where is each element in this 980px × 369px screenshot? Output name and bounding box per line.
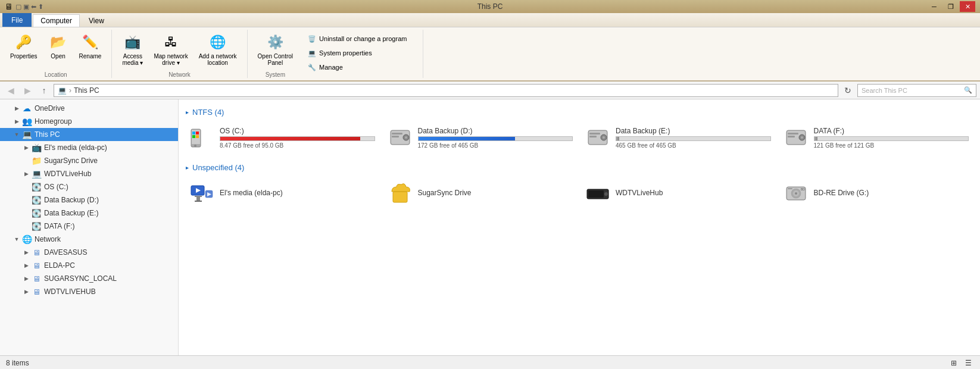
els-media-icon: 📺: [31, 142, 42, 153]
tab-file[interactable]: File: [2, 13, 32, 27]
large-icons-view-button[interactable]: ⊞: [948, 358, 960, 368]
access-media-button[interactable]: 📺 Access media ▾: [118, 30, 147, 69]
manage-button[interactable]: 🔧 Manage: [303, 61, 411, 74]
wdtvlivehub-net-icon: 🖥: [31, 286, 42, 297]
system-properties-button[interactable]: 💻 System properties: [303, 46, 411, 60]
drive-item-os-c[interactable]: OS (C:) 8.47 GB free of 95.0 GB: [186, 121, 379, 154]
unspec-item-sugarsync[interactable]: SugarSync Drive: [384, 177, 578, 209]
unspecified-section-header: Unspecified (4): [186, 163, 973, 172]
map-network-drive-button[interactable]: 🖧 Map network drive ▾: [149, 30, 192, 69]
sidebar: ▶ ☁ OneDrive ▶ 👥 Homegroup ▼ 💻 This PC ▶…: [0, 99, 179, 355]
svg-rect-10: [392, 136, 399, 137]
search-icon: 🔍: [964, 86, 972, 94]
expand-davesasus[interactable]: ▶: [21, 248, 31, 257]
path-computer-icon: 💻: [58, 86, 67, 95]
status-bar: 8 items ⊞ ☰: [0, 355, 980, 369]
tab-computer[interactable]: Computer: [33, 14, 80, 27]
sidebar-item-elda-pc[interactable]: ▶ 🖥 ELDA-PC: [0, 259, 178, 272]
sidebar-item-homegroup[interactable]: ▶ 👥 Homegroup: [0, 115, 178, 128]
path-thispc: This PC: [74, 86, 99, 95]
unspec-item-bd-re[interactable]: BD BD-RE Drive (G:): [780, 177, 973, 209]
svg-rect-6: [196, 135, 199, 138]
expand-thispc[interactable]: ▼: [12, 130, 21, 139]
sidebar-item-network[interactable]: ▼ 🌐 Network: [0, 233, 178, 246]
tab-view[interactable]: View: [81, 14, 112, 27]
address-input[interactable]: 💻 › This PC: [54, 84, 838, 97]
ntfs-section-header: NTFS (4): [186, 108, 973, 117]
unspec-item-els-media[interactable]: El's media (elda-pc): [186, 177, 379, 209]
map-network-drive-icon: 🖧: [161, 33, 180, 52]
sidebar-item-wdtvlivehub[interactable]: ▶ 💻 WDTVLiveHub: [0, 167, 178, 180]
add-network-location-button[interactable]: 🌐 Add a network location: [195, 30, 241, 69]
svg-point-12: [405, 136, 407, 139]
drive-info-data-f: DATA (F:) 121 GB free of 121 GB: [814, 127, 969, 149]
expand-homegroup[interactable]: ▶: [12, 117, 21, 126]
expand-elda-pc[interactable]: ▶: [21, 261, 31, 270]
sidebar-item-els-media[interactable]: ▶ 📺 El's media (elda-pc): [0, 141, 178, 154]
back-button[interactable]: ◀: [4, 83, 18, 98]
ntfs-label: NTFS (4): [192, 108, 224, 117]
properties-icon: 🔑: [14, 33, 33, 52]
title-bar-left: 🖥 ▢ ▣ ⬅ ⬆: [5, 2, 43, 11]
minimize-button[interactable]: ─: [926, 1, 942, 12]
expand-els-media[interactable]: ▶: [21, 143, 31, 152]
unspec-icon-wdtv: [586, 181, 610, 205]
sidebar-item-data-f[interactable]: ▶ 💽 DATA (F:): [0, 220, 178, 233]
forward-button[interactable]: ▶: [20, 83, 35, 98]
svg-rect-28: [196, 197, 200, 201]
sidebar-label-data-f: DATA (F:): [44, 222, 75, 230]
close-button[interactable]: ✕: [960, 1, 975, 12]
expand-sugarsync-local[interactable]: ▶: [21, 274, 31, 283]
sidebar-item-thispc[interactable]: ▼ 💻 This PC: [0, 128, 178, 141]
unspec-item-wdtv[interactable]: WDTVLiveHub: [582, 177, 775, 209]
refresh-button[interactable]: ↻: [841, 83, 855, 98]
unspec-icon-sugarsync: [388, 181, 412, 205]
content-area: NTFS (4): [179, 99, 980, 355]
add-network-location-icon: 🌐: [208, 33, 227, 52]
expand-network[interactable]: ▼: [12, 234, 21, 244]
sidebar-item-sugarsync-drive[interactable]: ▶ 📁 SugarSync Drive: [0, 154, 178, 167]
drive-info-os-c: OS (C:) 8.47 GB free of 95.0 GB: [220, 127, 375, 149]
sidebar-item-data-backup-d[interactable]: ▶ 💽 Data Backup (D:): [0, 193, 178, 207]
sidebar-item-wdtvlivehub-net[interactable]: ▶ 🖥 WDTVLIVEHUB: [0, 285, 178, 298]
sidebar-label-data-backup-e: Data Backup (E:): [44, 209, 98, 217]
drive-bar-data-e: [616, 136, 771, 141]
expand-wdtvlivehub-net[interactable]: ▶: [21, 287, 31, 296]
sidebar-label-onedrive: OneDrive: [35, 104, 65, 112]
restore-button[interactable]: ❐: [943, 1, 959, 12]
sidebar-label-sugarsync-local: SUGARSYNC_LOCAL: [44, 274, 117, 283]
location-group-label: Location: [45, 71, 67, 78]
sidebar-item-onedrive[interactable]: ▶ ☁ OneDrive: [0, 102, 178, 115]
open-button[interactable]: 📂 Open: [44, 30, 73, 62]
rename-button[interactable]: ✏️ Rename: [75, 30, 106, 62]
drive-bar-data-f: [814, 136, 969, 141]
drive-icon-data-e: [586, 126, 610, 149]
unspec-name-wdtv: WDTVLiveHub: [616, 189, 663, 197]
network-icon: 🌐: [21, 234, 32, 245]
drive-item-data-d[interactable]: Data Backup (D:) 172 GB free of 465 GB: [384, 121, 578, 154]
up-button[interactable]: ↑: [37, 83, 51, 98]
drive-bar-fill-data-e: [616, 137, 619, 140]
drive-item-data-e[interactable]: Data Backup (E:) 465 GB free of 465 GB: [582, 121, 775, 154]
search-box[interactable]: Search This PC 🔍: [857, 84, 976, 97]
expand-wdtv[interactable]: ▶: [21, 169, 31, 179]
sidebar-item-data-backup-e[interactable]: ▶ 💽 Data Backup (E:): [0, 207, 178, 220]
sidebar-label-elda-pc: ELDA-PC: [44, 261, 75, 270]
details-view-button[interactable]: ☰: [962, 358, 974, 368]
sidebar-item-davesasus[interactable]: ▶ 🖥 DAVESASUS: [0, 246, 178, 259]
sidebar-item-sugarsync-local[interactable]: ▶ 🖥 SUGARSYNC_LOCAL: [0, 272, 178, 285]
ribbon-group-location: 🔑 Properties 📂 Open ✏️ Rename Location: [0, 30, 112, 78]
sidebar-item-os-c[interactable]: ▶ 💽 OS (C:): [0, 180, 178, 193]
system-menu-items: 🗑️ Uninstall or change a program 💻 Syste…: [297, 30, 417, 76]
open-control-panel-button[interactable]: ⚙️ Open Control Panel: [254, 30, 297, 69]
data-backup-d-icon: 💽: [31, 195, 42, 205]
expand-onedrive[interactable]: ▶: [12, 104, 21, 113]
network-buttons: 📺 Access media ▾ 🖧 Map network drive ▾ 🌐…: [118, 30, 241, 69]
address-path: 💻 › This PC: [58, 86, 99, 95]
svg-rect-22: [788, 136, 795, 137]
thispc-icon: 💻: [21, 129, 32, 140]
svg-rect-15: [589, 133, 600, 135]
drive-item-data-f[interactable]: DATA (F:) 121 GB free of 121 GB: [780, 121, 973, 154]
uninstall-button[interactable]: 🗑️ Uninstall or change a program: [303, 32, 411, 45]
properties-button[interactable]: 🔑 Properties: [6, 30, 42, 62]
